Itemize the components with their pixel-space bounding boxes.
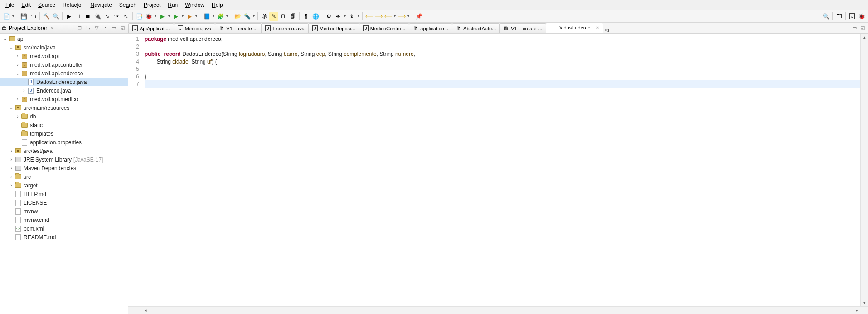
menu-search[interactable]: Search	[116, 1, 140, 9]
tab-application[interactable]: 🗎application...	[409, 23, 452, 33]
maximize-view-icon[interactable]: ◱	[119, 25, 126, 32]
back2-button[interactable]: ⟸	[383, 12, 393, 21]
run-last-dropdown[interactable]: ▾	[194, 14, 198, 18]
tree-file-readme[interactable]: › README.md	[0, 233, 128, 241]
menu-project[interactable]: Project	[140, 1, 164, 9]
toggle-highlight-button[interactable]: ✎	[269, 12, 278, 21]
fwd-button[interactable]: ⟹	[374, 12, 383, 21]
close-view-button[interactable]: ×	[49, 25, 54, 31]
prev-edit-button[interactable]: ↞	[334, 12, 343, 21]
step-over-icon[interactable]: ↷	[112, 12, 121, 21]
tab-close-button[interactable]: ×	[596, 25, 599, 30]
menu-navigate[interactable]: Navigate	[87, 1, 115, 9]
tree-maven-deps[interactable]: › Maven Dependencies	[0, 164, 128, 172]
tree-file-appprops[interactable]: › application.properties	[0, 138, 128, 147]
code-content[interactable]: package med.voll.api.endereco; public re…	[142, 34, 860, 306]
search-button[interactable]: 🔦	[242, 12, 252, 21]
step-return-icon[interactable]: ↖	[121, 12, 131, 21]
link-editor-icon[interactable]: ⇆	[84, 25, 92, 32]
tree-folder-templates[interactable]: › templates	[0, 129, 128, 138]
code-editor[interactable]: 1 2 3 4 5 6 7 package med.voll.api.ender…	[128, 34, 868, 306]
filter-icon[interactable]: ▽	[93, 25, 100, 32]
tree-folder-src[interactable]: › src	[0, 172, 128, 181]
disconnect-icon[interactable]: 🔌	[93, 12, 102, 21]
minimize-view-icon[interactable]: ▭	[110, 25, 117, 32]
tree-pkg-medico[interactable]: › med.voll.api.medico	[0, 95, 128, 103]
menu-edit[interactable]: Edit	[18, 1, 34, 9]
toggle-button[interactable]: 🔍	[51, 12, 60, 21]
tab-apiapplication[interactable]: 🄹ApiApplicati...	[128, 23, 174, 33]
open-type-button[interactable]: 📂	[233, 12, 242, 21]
next-ann-dropdown[interactable]: ▾	[357, 14, 360, 18]
next-ann-button[interactable]: ↡	[347, 12, 356, 21]
quick-access-icon[interactable]: 🔍	[821, 12, 830, 21]
tree-folder-db[interactable]: › db	[0, 112, 128, 121]
menu-run[interactable]: Run	[164, 1, 181, 9]
link-button[interactable]: 🗐	[288, 12, 297, 21]
tab-v1create2[interactable]: 🗎V1__create-...	[499, 23, 546, 33]
run-last-button[interactable]: ▶	[185, 12, 194, 21]
web-button[interactable]: 🌐	[311, 12, 320, 21]
scroll-down-icon[interactable]: ▾	[861, 299, 868, 306]
tab-medico[interactable]: 🄹Medico.java	[174, 23, 216, 33]
vertical-scrollbar[interactable]: ▴ ▾	[860, 34, 868, 306]
scroll-right-icon[interactable]: ▸	[853, 307, 860, 314]
tree-pkg-api[interactable]: › med.voll.api	[0, 52, 128, 60]
build-button[interactable]: 🔨	[42, 12, 51, 21]
tab-overflow-button[interactable]: »₃	[603, 27, 611, 33]
tab-medicorepo[interactable]: 🄹MedicoReposi...	[308, 23, 359, 33]
horizontal-scrollbar[interactable]: ◂ ▸	[128, 306, 868, 314]
tree-file-license[interactable]: › LICENSE	[0, 198, 128, 207]
tree-pkg-controller[interactable]: › med.voll.api.controller	[0, 60, 128, 69]
minimize-editor-icon[interactable]: ▭	[851, 25, 858, 32]
debug-perspective-button[interactable]: 🐞	[857, 12, 866, 21]
open-task-button[interactable]: 🞋	[260, 12, 269, 21]
resume-icon[interactable]: ▶	[64, 12, 73, 21]
run-dropdown[interactable]: ▾	[167, 14, 171, 18]
pin-button[interactable]: ¶	[301, 12, 310, 21]
tab-medicocontroller[interactable]: 🄹MedicoContro...	[359, 23, 410, 33]
menu-refactor[interactable]: Refactor	[59, 1, 87, 9]
tree-file-endereco[interactable]: › Endereco.java	[0, 86, 128, 95]
back2-dropdown[interactable]: ▾	[393, 14, 397, 18]
menu-help[interactable]: Help	[208, 1, 227, 9]
tree-src-main-resources[interactable]: ⌄ src/main/resources	[0, 103, 128, 112]
tree-file-pom[interactable]: › pom.xml	[0, 224, 128, 233]
run-button[interactable]: ▶	[158, 12, 167, 21]
tree-file-mvnw[interactable]: › mvnw	[0, 207, 128, 216]
fwd2-dropdown[interactable]: ▾	[407, 14, 410, 18]
coverage-button[interactable]: ▶	[171, 12, 180, 21]
save-all-button[interactable]: 🗃	[29, 12, 38, 21]
project-tree[interactable]: ⌄ api ⌄ src/main/java › med.voll.api › m…	[0, 34, 128, 314]
java-perspective-button[interactable]: 🄹	[848, 12, 857, 21]
new-java-dropdown[interactable]: ▾	[212, 14, 215, 18]
tree-src-test-java[interactable]: › src/test/java	[0, 147, 128, 155]
tree-file-mvnwcmd[interactable]: › mvnw.cmd	[0, 216, 128, 224]
step-into-icon[interactable]: ↘	[102, 12, 112, 21]
tab-v1create1[interactable]: 🗎V1__create-...	[215, 23, 262, 33]
menu-file[interactable]: File	[2, 1, 18, 9]
search-dropdown[interactable]: ▾	[252, 14, 256, 18]
tree-file-dadosendereco[interactable]: › DadosEndereco.java	[0, 78, 128, 86]
menu-window[interactable]: Window	[181, 1, 208, 9]
pin-editor-button[interactable]: 📌	[414, 12, 423, 21]
tree-file-help[interactable]: › HELP.md	[0, 190, 128, 198]
view-menu-icon[interactable]: ⋮	[102, 25, 109, 32]
tree-project-root[interactable]: ⌄ api	[0, 34, 128, 43]
refresh-button[interactable]: 🗒	[279, 12, 288, 21]
open-perspective-button[interactable]: 🗔	[834, 12, 844, 21]
menu-source[interactable]: Source	[34, 1, 59, 9]
new-plugin-dropdown[interactable]: ▾	[225, 14, 229, 18]
tree-src-main-java[interactable]: ⌄ src/main/java	[0, 43, 128, 52]
debug-button[interactable]: 🐞	[144, 12, 153, 21]
back-button[interactable]: ⟸	[364, 12, 373, 21]
toggle-mark-icon[interactable]: 📑	[135, 12, 144, 21]
tab-endereco[interactable]: 🄹Endereco.java	[261, 23, 308, 33]
coverage-dropdown[interactable]: ▾	[181, 14, 184, 18]
tree-pkg-endereco[interactable]: ⌄ med.voll.api.endereco	[0, 69, 128, 78]
tab-abstractauto[interactable]: 🗎AbstractAuto...	[452, 23, 500, 33]
new-plugin-button[interactable]: 🧩	[216, 12, 225, 21]
tree-folder-static[interactable]: › static	[0, 121, 128, 129]
tab-dadosendereco[interactable]: 🄹DadosEnderec...×	[546, 23, 603, 33]
maximize-editor-icon[interactable]: ◱	[859, 25, 866, 32]
